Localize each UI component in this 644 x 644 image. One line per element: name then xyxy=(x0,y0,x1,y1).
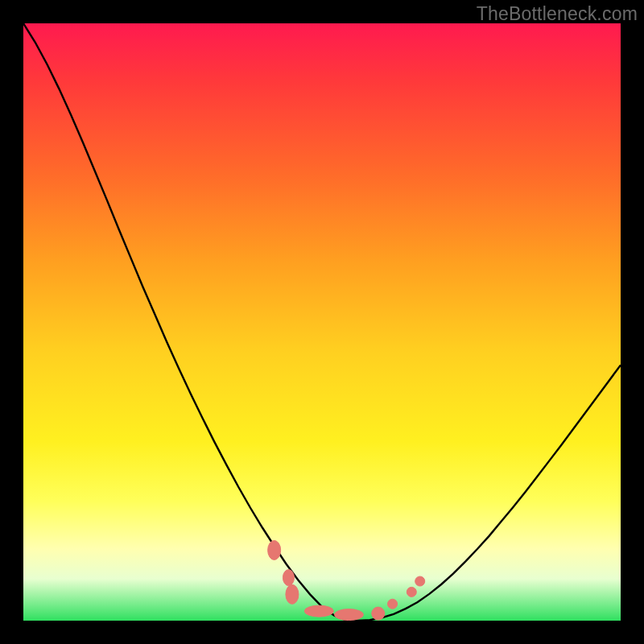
curve-markers xyxy=(268,540,425,620)
curve-marker xyxy=(286,584,299,604)
curve-marker xyxy=(334,609,363,621)
curve-marker xyxy=(304,605,333,617)
chart-svg xyxy=(23,23,621,621)
curve-marker xyxy=(372,607,385,620)
curve-marker xyxy=(415,576,425,586)
curve-marker xyxy=(407,587,416,597)
curve-marker xyxy=(388,599,398,609)
bottleneck-curve xyxy=(23,23,621,621)
chart-stage: TheBottleneck.com xyxy=(0,0,644,644)
plot-area xyxy=(23,23,621,621)
curve-marker xyxy=(268,540,281,559)
curve-marker xyxy=(283,570,294,586)
watermark-text: TheBottleneck.com xyxy=(477,3,638,25)
